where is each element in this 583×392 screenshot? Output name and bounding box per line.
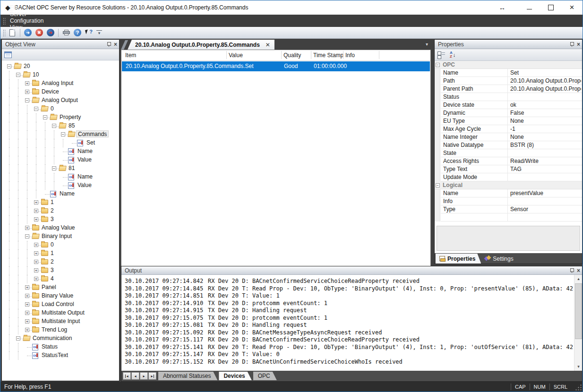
column-header-quality[interactable]: Quality bbox=[283, 52, 301, 59]
help-button[interactable]: ? bbox=[73, 28, 82, 37]
tree-item-1[interactable]: +1 bbox=[2, 249, 119, 258]
tree-item-device[interactable]: +Device bbox=[2, 88, 119, 96]
property-value[interactable]: Sensor bbox=[510, 205, 528, 213]
toolbar-overflow-button[interactable] bbox=[96, 30, 102, 35]
property-value[interactable]: TAG bbox=[510, 165, 522, 173]
next-tab-button[interactable]: ▸ bbox=[140, 372, 148, 380]
tree-item-0[interactable]: −0 bbox=[2, 105, 119, 113]
tree-item-analog-output[interactable]: −Analog Output bbox=[2, 96, 119, 105]
tab-opc[interactable]: OPC bbox=[253, 372, 277, 380]
minimize-button[interactable] bbox=[519, 0, 540, 15]
tree-item-value[interactable]: OBValue bbox=[2, 156, 119, 164]
expand-toggle-icon[interactable]: + bbox=[34, 260, 38, 264]
property-value[interactable]: 20.10.Analog Output.0.Prope... bbox=[510, 77, 581, 85]
property-value[interactable]: Set bbox=[510, 69, 519, 77]
tree-item-name[interactable]: OBName bbox=[2, 173, 119, 181]
column-header-info[interactable]: Info bbox=[345, 52, 355, 59]
tree-item-10[interactable]: −10 bbox=[2, 71, 119, 79]
tree-item-trend-log[interactable]: +Trend Log bbox=[2, 326, 119, 334]
context-help-button[interactable]: ? bbox=[85, 28, 93, 37]
grid-row[interactable]: 20.10.Analog Output.0.Property.85.Comman… bbox=[122, 61, 430, 71]
maximize-button[interactable] bbox=[540, 0, 561, 15]
expand-toggle-icon[interactable]: + bbox=[34, 200, 38, 205]
collapse-toggle-icon[interactable]: − bbox=[52, 166, 56, 170]
close-icon[interactable] bbox=[577, 268, 580, 273]
toolbar-grip[interactable] bbox=[2, 29, 6, 36]
resize-grip[interactable] bbox=[574, 383, 582, 391]
collapse-toggle-icon[interactable]: − bbox=[25, 234, 29, 239]
tree-item-binary-value[interactable]: +Binary Value bbox=[2, 292, 119, 300]
tree-item-20[interactable]: −20 bbox=[2, 62, 119, 71]
property-value[interactable]: False bbox=[510, 109, 524, 117]
collapse-toggle-icon[interactable]: − bbox=[436, 183, 440, 187]
pin-icon[interactable] bbox=[570, 42, 574, 47]
pin-icon[interactable] bbox=[570, 268, 574, 273]
tab-list-caret-icon[interactable]: ▾ bbox=[426, 42, 428, 47]
tree-item-status[interactable]: OBStatus bbox=[2, 343, 119, 351]
property-value[interactable]: None bbox=[510, 117, 524, 125]
tree-item-4[interactable]: +4 bbox=[2, 275, 119, 283]
menu-item-configuration[interactable]: Configuration bbox=[6, 17, 48, 24]
expand-toggle-icon[interactable]: + bbox=[34, 268, 38, 273]
print-button[interactable] bbox=[62, 28, 70, 37]
column-header-value[interactable]: Value bbox=[229, 52, 243, 59]
tree-item-value[interactable]: OBValue bbox=[2, 181, 119, 190]
connect-button[interactable]: ➔ bbox=[24, 28, 32, 37]
property-value[interactable]: 20.10.Analog Output.0.Prope... bbox=[510, 85, 581, 93]
expand-toggle-icon[interactable]: + bbox=[25, 319, 29, 324]
property-value[interactable]: ok bbox=[510, 101, 516, 109]
scroll-up-icon[interactable]: ▴ bbox=[574, 275, 582, 283]
close-button[interactable] bbox=[561, 0, 583, 15]
tree-item-name[interactable]: OBName bbox=[2, 147, 119, 156]
collapse-toggle-icon[interactable]: − bbox=[436, 63, 440, 67]
previous-tab-button[interactable]: ◂ bbox=[131, 372, 139, 380]
property-category-logical[interactable]: −Logical bbox=[435, 181, 582, 189]
close-icon[interactable] bbox=[114, 42, 117, 47]
tab-properties[interactable]: Properties bbox=[436, 254, 481, 264]
resize-arrows-icon[interactable] bbox=[486, 0, 519, 15]
tree-item-2[interactable]: +2 bbox=[2, 258, 119, 266]
tree-item-multistate-input[interactable]: +Multistate Input bbox=[2, 317, 119, 326]
stop-button[interactable]: ✖ bbox=[35, 28, 43, 37]
collapse-toggle-icon[interactable]: − bbox=[34, 107, 38, 111]
collapse-toggle-icon[interactable]: − bbox=[16, 73, 20, 77]
tree-item-3[interactable]: +3 bbox=[2, 215, 119, 224]
collapse-toggle-icon[interactable]: − bbox=[61, 132, 65, 136]
expand-toggle-icon[interactable]: + bbox=[25, 294, 29, 298]
tab-devices[interactable]: Devices bbox=[219, 372, 251, 380]
property-value[interactable]: -1 bbox=[510, 125, 515, 133]
expand-toggle-icon[interactable]: + bbox=[25, 328, 29, 332]
tree-item-analog-input[interactable]: +Analog Input bbox=[2, 79, 119, 88]
tree-item-panel[interactable]: +Panel bbox=[2, 283, 119, 292]
scroll-down-icon[interactable]: ▾ bbox=[574, 363, 582, 371]
tree-item-3[interactable]: +3 bbox=[2, 266, 119, 275]
restart-button[interactable]: ➔ bbox=[46, 28, 55, 37]
menu-item-server[interactable]: Server bbox=[6, 11, 48, 17]
expand-toggle-icon[interactable]: + bbox=[25, 90, 29, 94]
expand-toggle-icon[interactable]: + bbox=[34, 209, 38, 213]
property-value[interactable]: BSTR (8) bbox=[510, 141, 534, 149]
column-header-item[interactable]: Item bbox=[125, 52, 136, 59]
expand-toggle-icon[interactable]: + bbox=[25, 285, 29, 290]
collapse-toggle-icon[interactable]: − bbox=[7, 64, 11, 68]
collapse-toggle-icon[interactable]: − bbox=[43, 115, 47, 119]
tree-item-statustext[interactable]: OBStatusText bbox=[2, 351, 119, 360]
tree-item-set[interactable]: OBSet bbox=[2, 139, 119, 147]
document-tab[interactable]: 20.10.Analog Output.0.Property.85.Comman… bbox=[128, 40, 274, 50]
collapse-toggle-icon[interactable]: − bbox=[16, 336, 20, 341]
collapse-toggle-icon[interactable]: − bbox=[25, 98, 29, 102]
new-file-button[interactable] bbox=[8, 28, 17, 37]
first-tab-button[interactable]: ◂ bbox=[123, 372, 131, 380]
tree-item-85[interactable]: −85 bbox=[2, 122, 119, 130]
collapse-toggle-icon[interactable]: − bbox=[52, 124, 56, 128]
last-tab-button[interactable]: ▸ bbox=[148, 372, 156, 380]
tab-settings[interactable]: Settings bbox=[481, 254, 519, 264]
expand-toggle-icon[interactable]: + bbox=[34, 251, 38, 256]
tree-item-81[interactable]: −81 bbox=[2, 164, 119, 173]
tree-item-0[interactable]: +0 bbox=[2, 241, 119, 249]
tree-item-property[interactable]: −Property bbox=[2, 113, 119, 122]
pin-icon[interactable] bbox=[107, 42, 111, 47]
vertical-scrollbar[interactable]: ▴ ▾ bbox=[574, 275, 582, 371]
tree-item-communication[interactable]: −Communication bbox=[2, 334, 119, 343]
column-header-time-stamp[interactable]: Time Stamp bbox=[313, 52, 343, 59]
